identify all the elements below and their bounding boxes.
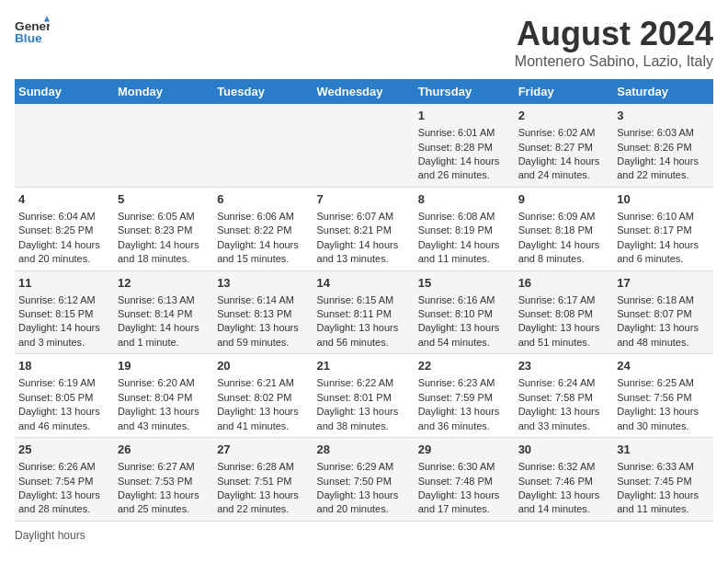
calendar-cell: 6Sunrise: 6:06 AMSunset: 8:22 PMDaylight… [213, 187, 313, 270]
cell-text: Daylight: 13 hours and 25 minutes. [118, 489, 199, 514]
subtitle: Montenero Sabino, Lazio, Italy [515, 53, 713, 70]
day-number: 19 [118, 358, 210, 374]
cell-text: Sunrise: 6:20 AM [118, 377, 195, 388]
cell-text: Sunrise: 6:27 AM [118, 461, 195, 472]
day-number: 27 [217, 442, 309, 458]
cell-text: Sunset: 8:28 PM [418, 142, 493, 153]
weekday-header: Saturday [613, 79, 713, 104]
calendar-cell: 29Sunrise: 6:30 AMSunset: 7:48 PMDayligh… [415, 438, 515, 522]
day-number: 20 [217, 358, 309, 374]
day-number: 24 [617, 358, 710, 374]
cell-text: Daylight: 14 hours and 13 minutes. [317, 239, 399, 264]
calendar-cell: 30Sunrise: 6:32 AMSunset: 7:46 PMDayligh… [515, 438, 614, 522]
cell-text: Daylight: 14 hours and 22 minutes. [617, 155, 699, 180]
day-number: 7 [317, 191, 411, 208]
weekday-header: Tuesday [213, 79, 313, 104]
cell-text: Sunrise: 6:24 AM [518, 377, 596, 388]
cell-text: Sunset: 8:04 PM [118, 392, 192, 403]
day-number: 14 [317, 275, 411, 292]
cell-text: Sunset: 8:08 PM [518, 308, 593, 319]
weekday-header: Thursday [415, 79, 515, 104]
calendar-cell: 19Sunrise: 6:20 AMSunset: 8:04 PMDayligh… [114, 354, 213, 438]
day-number: 13 [217, 275, 309, 292]
day-number: 26 [118, 442, 210, 458]
cell-text: Sunset: 7:58 PM [518, 392, 593, 403]
day-number: 28 [317, 442, 411, 458]
calendar-week-row: 18Sunrise: 6:19 AMSunset: 8:05 PMDayligh… [15, 354, 713, 438]
calendar-table: SundayMondayTuesdayWednesdayThursdayFrid… [15, 79, 713, 522]
day-number: 31 [617, 442, 710, 458]
calendar-cell: 7Sunrise: 6:07 AMSunset: 8:21 PMDaylight… [313, 187, 415, 270]
cell-text: Sunrise: 6:21 AM [217, 377, 294, 388]
day-number: 8 [418, 191, 511, 208]
calendar-cell: 12Sunrise: 6:13 AMSunset: 8:14 PMDayligh… [114, 270, 213, 354]
cell-text: Daylight: 14 hours and 18 minutes. [118, 239, 199, 264]
calendar-week-row: 11Sunrise: 6:12 AMSunset: 8:15 PMDayligh… [15, 270, 713, 354]
cell-text: Sunset: 8:01 PM [317, 392, 392, 403]
cell-text: Sunset: 8:23 PM [118, 224, 192, 236]
cell-text: Sunrise: 6:23 AM [418, 377, 495, 388]
logo-icon: General Blue [15, 15, 50, 50]
calendar-cell: 14Sunrise: 6:15 AMSunset: 8:11 PMDayligh… [313, 270, 415, 354]
cell-text: Sunset: 7:51 PM [217, 476, 291, 487]
calendar-cell: 17Sunrise: 6:18 AMSunset: 8:07 PMDayligh… [613, 270, 713, 354]
cell-text: Sunrise: 6:08 AM [418, 211, 495, 222]
cell-text: Daylight: 14 hours and 8 minutes. [518, 239, 600, 264]
calendar-cell: 3Sunrise: 6:03 AMSunset: 8:26 PMDaylight… [613, 104, 713, 187]
cell-text: Sunset: 8:11 PM [317, 308, 392, 319]
cell-text: Daylight: 14 hours and 1 minute. [118, 322, 199, 347]
calendar-cell: 13Sunrise: 6:14 AMSunset: 8:13 PMDayligh… [213, 270, 313, 354]
cell-text: Sunrise: 6:02 AM [518, 127, 596, 138]
cell-text: Sunset: 8:05 PM [18, 392, 93, 403]
cell-text: Sunset: 8:10 PM [418, 308, 493, 319]
calendar-cell: 1Sunrise: 6:01 AMSunset: 8:28 PMDaylight… [415, 104, 515, 187]
day-number: 18 [18, 358, 110, 374]
day-number: 16 [518, 275, 610, 292]
cell-text: Sunrise: 6:32 AM [518, 461, 596, 472]
cell-text: Sunset: 8:14 PM [118, 308, 192, 319]
cell-text: Sunrise: 6:19 AM [18, 377, 96, 388]
day-number: 10 [617, 191, 710, 208]
cell-text: Sunrise: 6:06 AM [217, 211, 294, 222]
cell-text: Sunrise: 6:12 AM [18, 294, 96, 305]
day-number: 22 [418, 358, 511, 374]
calendar-cell: 26Sunrise: 6:27 AMSunset: 7:53 PMDayligh… [114, 438, 213, 522]
weekday-header: Wednesday [313, 79, 415, 104]
cell-text: Daylight: 13 hours and 33 minutes. [518, 406, 600, 431]
cell-text: Sunrise: 6:05 AM [118, 211, 195, 222]
cell-text: Sunset: 8:27 PM [518, 142, 593, 153]
cell-text: Sunset: 7:56 PM [617, 392, 691, 403]
cell-text: Sunrise: 6:13 AM [118, 294, 195, 305]
cell-text: Sunset: 7:59 PM [418, 392, 493, 403]
cell-text: Sunset: 8:15 PM [18, 308, 93, 319]
cell-text: Sunset: 8:22 PM [217, 224, 291, 236]
cell-text: Daylight: 14 hours and 24 minutes. [518, 155, 600, 180]
calendar-cell: 20Sunrise: 6:21 AMSunset: 8:02 PMDayligh… [213, 354, 313, 438]
cell-text: Daylight: 13 hours and 30 minutes. [617, 406, 699, 431]
cell-text: Sunset: 7:54 PM [18, 476, 93, 487]
cell-text: Daylight: 14 hours and 11 minutes. [418, 239, 500, 264]
footer: Daylight hours [15, 529, 713, 542]
calendar-week-row: 1Sunrise: 6:01 AMSunset: 8:28 PMDaylight… [15, 104, 713, 187]
logo: General Blue [15, 15, 51, 50]
calendar-cell: 5Sunrise: 6:05 AMSunset: 8:23 PMDaylight… [114, 187, 213, 270]
day-number: 23 [518, 358, 610, 374]
cell-text: Sunrise: 6:03 AM [617, 127, 694, 138]
cell-text: Daylight: 13 hours and 22 minutes. [217, 489, 299, 514]
cell-text: Sunset: 8:19 PM [418, 224, 493, 236]
cell-text: Sunrise: 6:04 AM [18, 211, 96, 222]
day-number: 30 [518, 442, 610, 458]
cell-text: Sunrise: 6:29 AM [317, 461, 394, 472]
cell-text: Sunset: 8:02 PM [217, 392, 291, 403]
day-number: 21 [317, 358, 411, 374]
cell-text: Sunrise: 6:01 AM [418, 127, 495, 138]
day-number: 9 [518, 191, 610, 208]
weekday-header-row: SundayMondayTuesdayWednesdayThursdayFrid… [15, 79, 713, 104]
calendar-cell: 28Sunrise: 6:29 AMSunset: 7:50 PMDayligh… [313, 438, 415, 522]
cell-text: Sunset: 7:45 PM [617, 476, 691, 487]
calendar-cell: 31Sunrise: 6:33 AMSunset: 7:45 PMDayligh… [613, 438, 713, 522]
title-block: August 2024 Montenero Sabino, Lazio, Ita… [515, 15, 713, 70]
cell-text: Sunset: 8:13 PM [217, 308, 291, 319]
calendar-week-row: 25Sunrise: 6:26 AMSunset: 7:54 PMDayligh… [15, 438, 713, 522]
cell-text: Daylight: 13 hours and 38 minutes. [317, 406, 399, 431]
